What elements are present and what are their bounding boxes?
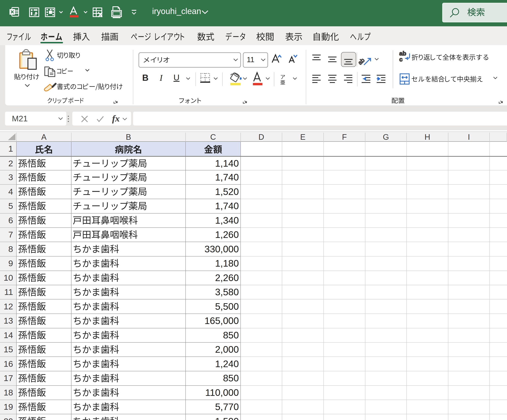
svg-text:ab: ab (399, 50, 406, 57)
svg-text:c: c (399, 56, 403, 62)
